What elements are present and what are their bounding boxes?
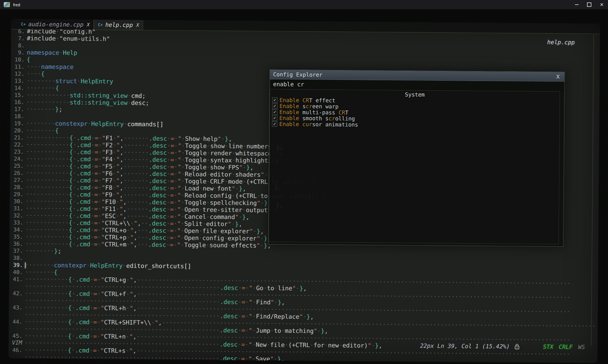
checkbox-checked-icon[interactable]: ✓	[272, 115, 277, 121]
config-option-label: cr	[329, 115, 335, 122]
line-number: 15.	[11, 92, 24, 99]
checkbox-checked-icon[interactable]: ✓	[272, 109, 277, 115]
tab-label: audio-engine.cpp	[28, 21, 83, 28]
checkbox-checked-icon[interactable]: ✓	[272, 97, 278, 103]
line-number: 25.	[10, 162, 24, 169]
line-number: 37.	[9, 247, 23, 254]
maximize-icon	[587, 2, 591, 7]
line-number: 42.	[9, 290, 23, 297]
config-option-label	[299, 121, 302, 128]
line-number: 29.	[10, 191, 23, 198]
config-option-label: T	[345, 109, 348, 116]
ghost-text: },	[276, 202, 283, 208]
line-number: 40.	[9, 269, 23, 276]
editor-mode-indicator: VIM	[12, 339, 22, 346]
line-number: 47.	[8, 361, 22, 363]
line-number: 21.	[10, 134, 24, 141]
line-number: 17.	[10, 106, 24, 113]
close-button[interactable]: ✕	[595, 0, 608, 9]
window-title: fred	[13, 2, 20, 7]
checkbox-checked-icon[interactable]: ✓	[272, 103, 277, 109]
config-option-label: cr	[306, 103, 312, 110]
line-number: 19.	[10, 120, 24, 127]
cursor-position-text: 22px Ln 39, Col 1 (15.42%)	[420, 342, 510, 350]
line-number: 23.	[10, 148, 24, 155]
window-controls: ✕	[570, 0, 608, 9]
config-option-label: olling	[335, 115, 355, 122]
line-number: 36.	[9, 240, 23, 247]
cpp-file-icon: C+	[98, 22, 103, 27]
line-number: 10.	[11, 56, 25, 63]
line-number: 31.	[10, 205, 23, 212]
minimize-icon	[575, 4, 579, 5]
line-number: 13.	[11, 77, 24, 84]
line-number: 38.	[9, 254, 23, 262]
line-number: 28.	[10, 184, 23, 191]
config-option-list: ✓Enable CRT effect✓Enable screen warp✓En…	[270, 97, 560, 129]
config-option-label	[299, 97, 302, 104]
line-number: 33.	[10, 219, 23, 226]
config-option-label: smooth s	[299, 115, 329, 122]
line-number: 41.	[9, 276, 23, 283]
line-number: 14.	[11, 84, 24, 92]
tab-audio-engine.cpp[interactable]: C+audio-engine.cppX	[17, 19, 94, 30]
config-option-label: s	[299, 103, 306, 110]
line-number: 32.	[10, 212, 23, 219]
window-titlebar: fred ✕	[0, 0, 608, 9]
config-option-label: een warp	[312, 103, 339, 110]
config-option-label: T effect	[309, 97, 336, 104]
tab-close-icon[interactable]: X	[87, 22, 90, 28]
popup-close-button[interactable]: X	[555, 74, 561, 80]
editor-surface: C+audio-engine.cppXC+help.cppX help.cpp …	[8, 19, 600, 363]
line-number: 7.	[11, 35, 25, 42]
line-number: 39.	[9, 262, 23, 269]
file-flags: STXCRLFWS	[538, 344, 585, 350]
line-number: 24.	[10, 155, 24, 162]
line-number: 43.	[9, 304, 23, 311]
line-number: 18.	[10, 113, 24, 120]
lock-icon	[514, 343, 520, 350]
config-option-label: Enable	[279, 115, 299, 122]
line-number: 46.	[8, 347, 22, 354]
cpp-file-icon: C+	[21, 22, 26, 26]
maximize-button[interactable]	[583, 0, 595, 9]
line-number: 35.	[10, 233, 23, 240]
close-icon: ✕	[600, 2, 604, 7]
line-number: 26.	[10, 169, 23, 177]
file-name-overlay: help.cpp	[547, 39, 575, 46]
tab-help.cpp[interactable]: C+help.cppX	[94, 20, 143, 30]
line-number: 45.	[9, 332, 22, 339]
ghost-text: },	[276, 144, 283, 151]
line-number: 27.	[10, 177, 23, 184]
config-option-label: Enable	[279, 121, 299, 128]
config-option-label: sor animations	[312, 121, 358, 128]
line-number: 11.	[11, 63, 24, 70]
line-number: 16.	[10, 99, 24, 106]
ghost-text: },	[274, 184, 282, 190]
config-option-label: Enable	[280, 97, 299, 104]
line-number: 22.	[10, 141, 24, 148]
line-number: 8.	[11, 42, 25, 49]
line-number: 9.	[11, 49, 25, 56]
line-number: 12.	[11, 70, 24, 77]
line-number: 30.	[10, 198, 23, 205]
tab-label: help.cpp	[105, 22, 133, 28]
config-option-label: CR	[339, 109, 345, 116]
config-option-label: CR	[302, 97, 309, 104]
crt-screen: C+audio-engine.cppXC+help.cppX help.cpp …	[0, 9, 608, 364]
config-option-label: cur	[302, 121, 312, 128]
config-option-label: Enable	[279, 103, 299, 110]
status-flag-stx: STX	[543, 344, 553, 350]
popup-title: Config Explorer	[273, 71, 322, 78]
tab-close-icon[interactable]: X	[136, 22, 139, 28]
status-flag-crlf: CRLF	[559, 344, 573, 350]
status-flag-ws: WS	[578, 344, 585, 350]
config-option-label: Enable	[279, 109, 299, 116]
line-number: 44.	[9, 318, 22, 325]
config-explorer-popup: Config Explorer X enable cr System ✓Enab…	[268, 69, 565, 247]
checkbox-checked-icon[interactable]: ✓	[272, 121, 277, 127]
popup-content-frame: System ✓Enable CRT effect✓Enable screen …	[269, 89, 560, 244]
minimize-button[interactable]	[570, 0, 583, 9]
app-icon	[4, 2, 10, 7]
line-number: 20.	[10, 127, 24, 134]
